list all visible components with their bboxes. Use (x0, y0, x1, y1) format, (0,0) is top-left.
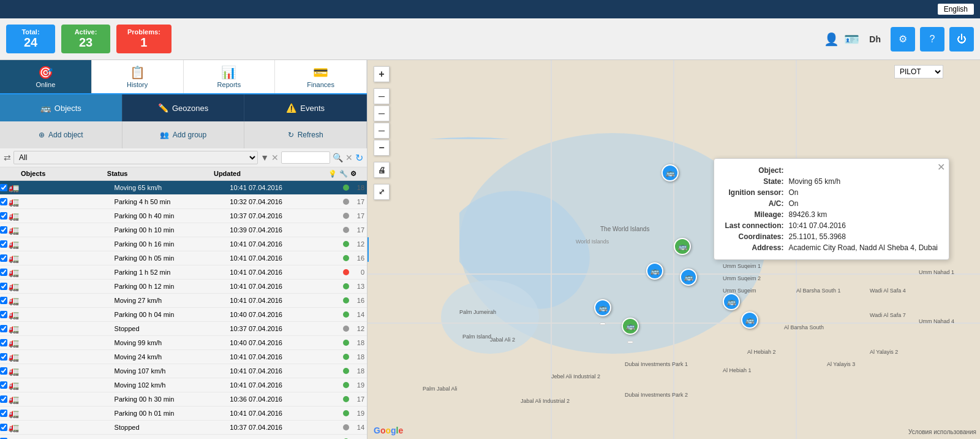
map-marker-5[interactable]: 🚌 (594, 299, 611, 316)
refresh-button[interactable]: ↻ Refresh (244, 121, 367, 148)
row-checkbox[interactable] (0, 325, 7, 332)
row-checkbox[interactable] (0, 381, 7, 389)
table-row[interactable]: 🚛 Moving 102 km/h 10:41 07.04.2016 19 (0, 378, 367, 392)
popup-close-button[interactable]: ✕ (937, 161, 945, 173)
collapse-button[interactable]: ◀ (368, 237, 369, 262)
table-row[interactable]: 🚛 Parking 00 h 04 min 10:40 07.04.2016 1… (0, 308, 367, 322)
problems-counter-button[interactable]: Problems: 1 (116, 25, 172, 53)
row-check[interactable]: 🚛 (0, 408, 18, 418)
tab-reports[interactable]: 📊 Reports (184, 60, 276, 93)
table-row[interactable]: 🚛 Parking 00 h 40 min 10:37 07.04.2016 1… (0, 209, 367, 223)
zoom-out-button[interactable]: − (374, 140, 390, 156)
subtab-events[interactable]: ⚠️ Events (244, 94, 367, 121)
row-check[interactable]: 🚛 (0, 437, 18, 439)
table-row[interactable]: 🚛 Parking 00 h 16 min 10:41 07.04.2016 1… (0, 237, 367, 251)
zoom-in-button[interactable]: + (374, 66, 390, 82)
row-checkbox[interactable] (0, 297, 7, 304)
row-check[interactable]: 🚛 (0, 352, 18, 362)
row-checkbox[interactable] (0, 424, 7, 431)
map-marker-7[interactable]: 🚌 (723, 293, 740, 310)
table-row[interactable]: 🚛 Parking 4 h 50 min 10:32 07.04.2016 17 (0, 195, 367, 209)
pilot-select[interactable]: PILOT (894, 65, 943, 78)
row-check[interactable]: 🚛 (0, 183, 18, 193)
row-check[interactable]: 🚛 (0, 338, 18, 348)
map-marker-2[interactable]: 🚌 (674, 238, 691, 255)
table-row[interactable]: 🚛 Parking 00 h 01 min 10:41 07.04.2016 1… (0, 407, 367, 421)
row-check[interactable]: 🚛 (0, 296, 18, 305)
filter-select[interactable]: All (13, 151, 258, 164)
zoom-level-3[interactable]: — (374, 123, 390, 139)
map-marker-8[interactable]: 🚌 (741, 311, 758, 329)
map-marker-4[interactable]: 🚌 (680, 269, 697, 286)
map-marker-3[interactable]: 🚌 (646, 262, 663, 280)
row-checkbox[interactable] (0, 254, 7, 262)
map-marker-1[interactable]: 🚌 (662, 164, 679, 181)
total-counter-button[interactable]: Total: 24 (6, 25, 55, 53)
row-check[interactable]: 🚛 (0, 380, 18, 390)
row-checkbox[interactable] (0, 240, 7, 248)
map-marker-6[interactable]: 🚌 (622, 318, 639, 335)
language-button[interactable]: English (938, 4, 974, 15)
active-counter-button[interactable]: Active: 23 (61, 25, 110, 53)
row-check[interactable]: 🚛 (0, 310, 18, 319)
row-check[interactable]: 🚛 (0, 281, 18, 291)
tab-history[interactable]: 📋 History (92, 60, 184, 93)
settings-button[interactable]: ⚙ (891, 27, 915, 52)
row-checkbox[interactable] (0, 184, 7, 191)
row-check[interactable]: 🚛 (0, 239, 18, 249)
search-clear-icon[interactable]: ✕ (345, 153, 353, 162)
row-checkbox[interactable] (0, 311, 7, 318)
row-checkbox[interactable] (0, 283, 7, 290)
row-check[interactable]: 🚛 (0, 422, 18, 432)
row-check[interactable]: 🚛 (0, 211, 18, 221)
search-input[interactable] (281, 151, 330, 164)
table-row[interactable]: 🚛 Parking 00 h 10 min 10:39 07.04.2016 1… (0, 223, 367, 237)
table-row[interactable]: 🚛 Stopped 10:37 07.04.2016 12 (0, 322, 367, 336)
row-checkbox[interactable] (0, 198, 7, 205)
row-checkbox[interactable] (0, 353, 7, 361)
row-check[interactable]: 🚛 (0, 225, 18, 235)
row-checkbox[interactable] (0, 339, 7, 346)
row-check[interactable]: 🚛 (0, 366, 18, 376)
filter-refresh-icon[interactable]: ↻ (355, 152, 363, 164)
add-group-button[interactable]: 👥 Add group (123, 121, 245, 148)
table-row[interactable]: 🚛 Moving 24 km/h 10:41 07.04.2016 18 (0, 350, 367, 364)
subtab-objects[interactable]: 🚌 Objects (0, 94, 123, 121)
row-checkbox[interactable] (0, 410, 7, 417)
table-row[interactable]: 🚛 Parking 00 h 30 min 10:36 07.04.2016 1… (0, 392, 367, 407)
zoom-level-1[interactable]: — (374, 88, 390, 104)
add-object-button[interactable]: ⊕ Add object (0, 121, 123, 148)
table-row[interactable]: 🚛 Moving 27 km/h 10:41 07.04.2016 16 (0, 294, 367, 308)
row-checkbox[interactable] (0, 367, 7, 375)
row-check[interactable]: 🚛 (0, 253, 18, 263)
table-row[interactable]: 🚛 Parking 1 h 52 min 10:41 07.04.2016 0 (0, 265, 367, 280)
fullscreen-button[interactable]: ⤢ (374, 184, 390, 200)
objects-table[interactable]: 🚛 Moving 65 km/h 10:41 07.04.2016 18 🚛 P… (0, 181, 367, 439)
row-num: 13 (352, 283, 367, 290)
row-check[interactable]: 🚛 (0, 394, 18, 404)
row-checkbox[interactable] (0, 226, 7, 234)
help-button[interactable]: ? (920, 27, 944, 52)
table-row[interactable]: 🚛 Stopped 10:37 07.04.2016 14 (0, 421, 367, 435)
row-checkbox[interactable] (0, 212, 7, 220)
power-button[interactable]: ⏻ (949, 27, 974, 52)
subtab-geozones[interactable]: ✏️ Geozones (123, 94, 245, 121)
row-check[interactable]: 🚛 (0, 197, 18, 207)
table-row[interactable]: 🚛 Moving 99 km/h 10:40 07.04.2016 18 (0, 336, 367, 350)
table-row[interactable]: 🚛 Moving 107 km/h 10:41 07.04.2016 18 (0, 364, 367, 378)
table-row[interactable]: 🚛 Parking 00 h 12 min 10:41 07.04.2016 1… (0, 280, 367, 294)
zoom-level-2[interactable]: — (374, 105, 390, 121)
row-checkbox[interactable] (0, 395, 7, 403)
table-row[interactable]: 🚛 Moving 65 km/h 10:41 07.04.2016 18 (0, 181, 367, 195)
table-row[interactable]: 🚛 Parking 00 h 05 min 10:41 07.04.2016 1… (0, 251, 367, 265)
tab-finances[interactable]: 💳 Finances (275, 60, 367, 93)
table-row[interactable]: 🚛 Moving 64 km/h 10:40 07.04.2016 16 (0, 435, 367, 439)
row-check[interactable]: 🚛 (0, 267, 18, 277)
print-button[interactable]: 🖨 (374, 162, 390, 178)
map-area[interactable]: The World Islands World Islands Palm Jum… (368, 60, 980, 439)
row-updated: 10:36 07.04.2016 (227, 395, 343, 403)
row-checkbox[interactable] (0, 269, 7, 276)
filter-clear-icon[interactable]: ✕ (271, 153, 279, 162)
row-check[interactable]: 🚛 (0, 324, 18, 334)
tab-online[interactable]: 🎯 Online (0, 60, 92, 93)
